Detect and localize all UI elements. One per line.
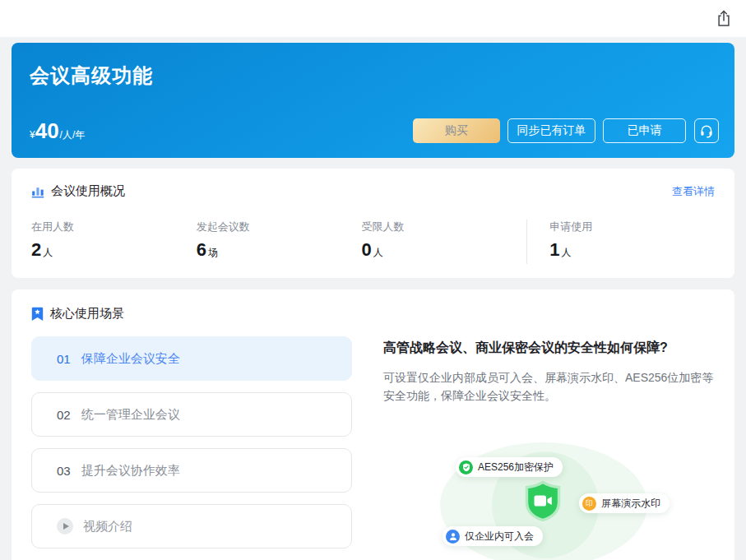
- stat-meetings-started: 发起会议数 6 场: [197, 220, 362, 260]
- scenarios-card-title: 核心使用场景: [50, 306, 124, 322]
- content-area: 会议高级功能 ¥ 40 /人/年 购买 同步已有订单 已申请: [0, 37, 746, 560]
- bookmark-star-icon: [31, 307, 44, 322]
- scenario-number: 02: [57, 408, 71, 422]
- scenarios-body: 01 保障企业会议安全 02 统一管理企业会议 03 提升会议协作效率 视频介绍…: [31, 336, 715, 560]
- play-icon: [57, 518, 73, 535]
- badge-members-only: 仅企业内可入会: [443, 526, 543, 546]
- stat-value: 1 人: [549, 241, 715, 260]
- stats-divider: [526, 220, 527, 264]
- stat-value: 0 人: [362, 241, 527, 260]
- stat-value: 2 人: [31, 241, 197, 260]
- price-amount: 40: [35, 120, 59, 141]
- scenario-detail: 高管战略会议、商业保密会议的安全性如何保障? 可设置仅企业内部成员可入会、屏幕演…: [383, 336, 715, 560]
- badge-label: 仅企业内可入会: [465, 530, 534, 544]
- core-scenarios-card: 核心使用场景 01 保障企业会议安全 02 统一管理企业会议 03 提升会议协作…: [12, 289, 734, 560]
- security-illustration: AES256加密保护 印 屏幕演示水印: [383, 421, 715, 560]
- banner-actions: 购买 同步已有订单 已申请: [413, 118, 719, 143]
- scenario-number: 03: [57, 464, 71, 478]
- scenario-number: 01: [57, 352, 71, 366]
- topbar: [0, 0, 746, 37]
- applied-button[interactable]: 已申请: [603, 118, 686, 143]
- scenario-label: 保障企业会议安全: [81, 351, 180, 367]
- banner-bottom-row: ¥ 40 /人/年 购买 同步已有订单 已申请: [30, 118, 719, 143]
- price-currency: ¥: [30, 129, 35, 141]
- scenario-item-01[interactable]: 01 保障企业会议安全: [31, 336, 352, 381]
- page-title: 会议高级功能: [30, 62, 716, 89]
- scenario-label: 统一管理企业会议: [81, 407, 180, 423]
- stat-applied-users: 申请使用 1 人: [549, 220, 715, 260]
- scenario-list: 01 保障企业会议安全 02 统一管理企业会议 03 提升会议协作效率 视频介绍: [31, 336, 352, 560]
- usage-overview-card: 会议使用概况 查看详情 在用人数 2 人 发起会议数 6 场 受限人数: [12, 169, 734, 278]
- stat-value: 6 场: [197, 241, 362, 260]
- support-button[interactable]: [694, 118, 719, 143]
- share-button[interactable]: [716, 10, 731, 27]
- view-details-link[interactable]: 查看详情: [672, 184, 715, 199]
- share-icon: [716, 10, 731, 27]
- shield-check-icon: [459, 460, 473, 474]
- buy-button[interactable]: 购买: [413, 118, 500, 143]
- price: ¥ 40 /人/年: [30, 120, 85, 142]
- scenario-item-03[interactable]: 03 提升会议协作效率: [31, 448, 352, 493]
- stat-label: 发起会议数: [197, 220, 362, 234]
- shield-camera-icon: [523, 480, 563, 525]
- badge-watermark: 印 屏幕演示水印: [579, 493, 670, 513]
- price-unit: /人/年: [60, 128, 86, 142]
- badge-aes256: AES256加密保护: [456, 457, 563, 477]
- stat-label: 申请使用: [549, 220, 715, 234]
- usage-stats: 在用人数 2 人 发起会议数 6 场 受限人数 0 人: [31, 220, 715, 264]
- badge-label: AES256加密保护: [478, 460, 554, 474]
- scenario-detail-heading: 高管战略会议、商业保密会议的安全性如何保障?: [383, 338, 715, 358]
- plan-banner: 会议高级功能 ¥ 40 /人/年 购买 同步已有订单 已申请: [12, 43, 734, 158]
- usage-card-title: 会议使用概况: [51, 183, 125, 199]
- scenarios-card-header: 核心使用场景: [31, 306, 715, 322]
- video-intro-item[interactable]: 视频介绍: [31, 504, 352, 548]
- stamp-icon: 印: [582, 497, 596, 511]
- stat-label: 在用人数: [31, 220, 197, 234]
- user-icon: [446, 530, 460, 544]
- stat-label: 受限人数: [362, 220, 527, 234]
- headset-icon: [699, 123, 714, 138]
- scenario-detail-description: 可设置仅企业内部成员可入会、屏幕演示水印、AES256位加密等安全功能，保障企业…: [383, 368, 715, 405]
- bar-chart-icon: [31, 185, 44, 198]
- sync-orders-button[interactable]: 同步已有订单: [507, 118, 595, 143]
- stat-active-users: 在用人数 2 人: [31, 220, 197, 260]
- usage-card-header: 会议使用概况 查看详情: [31, 183, 715, 199]
- scenario-label: 提升会议协作效率: [81, 463, 180, 479]
- video-intro-label: 视频介绍: [83, 519, 132, 535]
- stat-restricted-users: 受限人数 0 人: [362, 220, 527, 260]
- scenario-item-02[interactable]: 02 统一管理企业会议: [31, 392, 352, 437]
- badge-label: 屏幕演示水印: [601, 497, 660, 511]
